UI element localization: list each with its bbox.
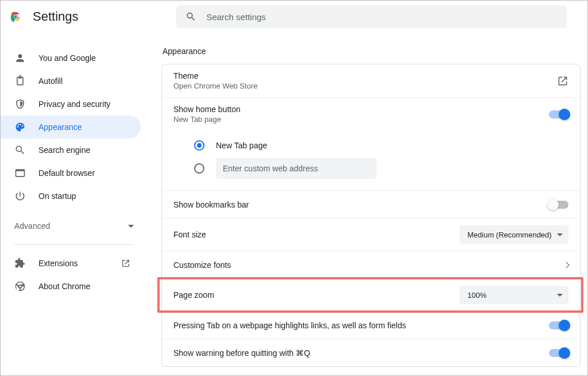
radio-icon <box>194 140 204 151</box>
sidebar-item-label: Appearance <box>38 122 82 132</box>
radio-icon <box>194 163 204 174</box>
row-title: Page zoom <box>173 290 214 300</box>
radio-new-tab[interactable]: New Tab page <box>194 134 568 157</box>
toggle-tab-highlights[interactable] <box>549 321 568 329</box>
sidebar-item-privacy[interactable]: Privacy and security <box>1 93 141 116</box>
extension-icon <box>14 258 26 269</box>
chevron-down-icon <box>557 294 563 297</box>
sidebar-item-autofill[interactable]: Autofill <box>1 70 141 93</box>
toggle-home-button[interactable] <box>549 110 568 118</box>
chrome-logo-icon <box>9 10 22 24</box>
sidebar-item-label: Autofill <box>38 76 63 86</box>
sidebar-divider <box>14 244 134 245</box>
power-icon <box>14 190 26 202</box>
chevron-down-icon <box>128 225 134 228</box>
row-subtitle: New Tab page <box>173 115 241 124</box>
app-header: Settings <box>1 1 587 33</box>
row-theme[interactable]: Theme Open Chrome Web Store <box>162 64 580 97</box>
chevron-down-icon <box>557 233 563 236</box>
row-title: Show warning before quitting with ⌘Q <box>173 348 310 358</box>
sidebar-item-label: Extensions <box>38 259 78 268</box>
row-title: Theme <box>173 71 257 80</box>
page-title: Settings <box>33 9 79 24</box>
search-icon <box>185 11 196 22</box>
row-font-size: Font size Medium (Recommended) <box>162 218 580 251</box>
appearance-card: Theme Open Chrome Web Store Show home bu… <box>161 64 581 367</box>
dropdown-value: 100% <box>467 291 486 300</box>
row-title: Font size <box>173 230 206 239</box>
open-external-icon <box>121 259 130 268</box>
search-input[interactable] <box>205 11 557 22</box>
sidebar-item-appearance[interactable]: Appearance <box>1 116 141 139</box>
sidebar-item-on-startup[interactable]: On startup <box>1 185 141 208</box>
sidebar-advanced-toggle[interactable]: Advanced <box>1 214 148 237</box>
row-bookmarks-bar: Show bookmarks bar <box>162 190 580 218</box>
chevron-right-icon <box>563 262 569 268</box>
open-external-icon <box>557 75 568 87</box>
search-icon <box>14 144 26 156</box>
search-settings[interactable] <box>176 5 567 28</box>
row-subtitle: Open Chrome Web Store <box>173 82 257 90</box>
advanced-label: Advanced <box>14 221 50 231</box>
sidebar-item-extensions[interactable]: Extensions <box>1 252 141 275</box>
row-page-zoom: Page zoom 100% <box>162 278 580 311</box>
sidebar-item-label: Default browser <box>38 168 95 178</box>
row-tab-highlights: Pressing Tab on a webpage highlights lin… <box>162 311 580 339</box>
sidebar-item-label: On startup <box>38 191 76 201</box>
toggle-bookmarks-bar[interactable] <box>549 201 568 209</box>
sidebar-item-default-browser[interactable]: Default browser <box>1 162 141 185</box>
browser-icon <box>14 167 26 179</box>
shield-icon <box>14 98 26 110</box>
dropdown-value: Medium (Recommended) <box>467 231 552 239</box>
row-quit-warning: Show warning before quitting with ⌘Q <box>162 339 580 366</box>
home-button-options: New Tab page <box>162 131 580 190</box>
row-title: Show home button <box>173 105 241 114</box>
section-title-appearance: Appearance <box>163 47 581 56</box>
sidebar: You and Google Autofill Privacy and secu… <box>1 33 148 376</box>
radio-custom-url[interactable] <box>194 157 568 180</box>
dropdown-page-zoom[interactable]: 100% <box>459 286 568 304</box>
row-title: Pressing Tab on a webpage highlights lin… <box>173 321 406 330</box>
toggle-quit-warning[interactable] <box>549 349 568 357</box>
chrome-outline-icon <box>14 281 26 292</box>
sidebar-item-about[interactable]: About Chrome <box>1 275 141 298</box>
clipboard-icon <box>14 75 26 87</box>
row-title: Show bookmarks bar <box>173 200 249 209</box>
sidebar-item-label: About Chrome <box>38 282 90 291</box>
svg-point-3 <box>14 15 17 18</box>
row-home-button: Show home button New Tab page <box>162 97 580 131</box>
sidebar-item-label: Privacy and security <box>38 99 110 109</box>
radio-label: New Tab page <box>216 141 267 150</box>
sidebar-item-label: You and Google <box>38 53 96 63</box>
dropdown-font-size[interactable]: Medium (Recommended) <box>459 225 568 244</box>
custom-url-input[interactable] <box>216 158 377 179</box>
palette-icon <box>14 121 26 133</box>
main-content: Appearance Theme Open Chrome Web Store S… <box>148 33 587 376</box>
sidebar-item-search-engine[interactable]: Search engine <box>1 139 141 162</box>
person-icon <box>14 52 26 64</box>
row-title: Customize fonts <box>173 260 231 270</box>
sidebar-item-you-and-google[interactable]: You and Google <box>1 47 141 70</box>
row-customize-fonts[interactable]: Customize fonts <box>162 251 580 278</box>
sidebar-item-label: Search engine <box>38 145 90 155</box>
